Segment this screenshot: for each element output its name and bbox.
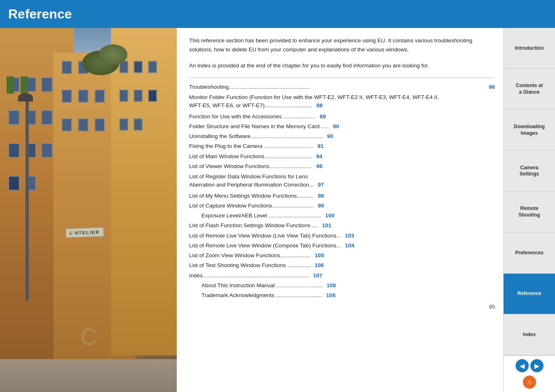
toc-entry-compose-tab: List of Remote Live View Window (Compose… [189, 241, 495, 251]
win-r6 [148, 90, 157, 102]
win-c5 [62, 90, 72, 103]
bottom-nav: ◀ ▶ [504, 355, 555, 376]
toc-entry-viewer-window: List of Viewer Window Functions.........… [189, 161, 495, 171]
prev-button[interactable]: ◀ [516, 359, 529, 372]
shutter-1 [7, 76, 14, 94]
toc-entry-main-window: List of Main Window Functions...........… [189, 152, 495, 161]
sidebar-tab-preferences[interactable]: Preferences [504, 233, 555, 274]
toc-entry-register-data: List of Register Data Window Functions f… [189, 171, 495, 190]
win-r5 [134, 90, 143, 102]
main-container: L'ATELIER C This reference section has b… [0, 28, 555, 392]
toc-entry-zoom-view: List of Zoom View Window Functions......… [189, 251, 495, 261]
lamp-head [18, 93, 33, 101]
page-number: 85 [189, 300, 495, 311]
toc-entry-accessories: Function for Use with the Accessories ..… [189, 112, 495, 122]
toc-entry-troubleshooting: Troubleshooting.........................… [189, 82, 495, 92]
next-button[interactable]: ▶ [530, 359, 543, 372]
toc-entry-index: Index...................................… [189, 271, 495, 281]
toc-entry-flash-functions: List of Flash Function Settings Window F… [189, 221, 495, 231]
sidebar-tab-remote-shooting[interactable]: Remote Shooting [504, 192, 555, 233]
toc-entry-monitor-folder: Monitor Folder Function (Function for Us… [189, 92, 495, 111]
win-r7 [119, 118, 128, 131]
sidebar-tab-downloading-images[interactable]: Downloading Images [504, 110, 555, 151]
toc-entry-exposure-level: Exposure Level/AEB Level ...............… [189, 211, 495, 221]
win-r3 [148, 61, 157, 73]
intro-paragraph-1: This reference section has been provided… [189, 36, 495, 54]
sidebar-tab-index[interactable]: Index [504, 314, 555, 355]
win-r4 [119, 90, 128, 102]
toc-entry-my-menu: List of My Menu Settings Window Function… [189, 191, 495, 201]
win-c1 [62, 61, 72, 74]
win-c9 [62, 118, 72, 131]
toc-list: Troubleshooting.........................… [189, 82, 495, 301]
win-r8 [134, 118, 143, 131]
sidebar-tab-introduction[interactable]: Introduction [504, 28, 555, 69]
shutter-2 [21, 76, 28, 94]
window-3 [41, 77, 53, 92]
window-7 [8, 143, 20, 158]
toc-entry-live-view-tab: List of Remote Live View Window (Live Vi… [189, 231, 495, 241]
intro-paragraph-2: An index is provided at the end of the c… [189, 61, 495, 70]
lamp-post [25, 101, 29, 301]
toc-entry-uninstalling: Uninstalling the Software...............… [189, 131, 495, 141]
window-9 [41, 143, 53, 158]
foliage-2 [99, 44, 127, 65]
shop-sign: L'ATELIER [66, 228, 104, 238]
window-10 [8, 176, 20, 191]
sidebar-tab-contents-at-glance[interactable]: Contents at a Glance [504, 69, 555, 110]
content-panel: This reference section has been provided… [177, 28, 503, 392]
toc-entry-test-shooting: List of Test Shooting Window Functions .… [189, 261, 495, 270]
page-title: Reference [8, 7, 72, 22]
sidebar-tab-reference[interactable]: Reference [504, 274, 555, 315]
page-header: Reference [0, 0, 555, 28]
building-right [111, 28, 177, 355]
sidebar-tab-camera-settings[interactable]: Camera Settings [504, 151, 555, 192]
left-image-panel: L'ATELIER C [0, 28, 177, 392]
win-c11 [95, 118, 105, 131]
window-4 [8, 110, 20, 125]
right-sidebar: Introduction Contents at a Glance Downlo… [503, 28, 555, 392]
content-divider [189, 78, 495, 78]
toc-entry-fixing-plug: Fixing the Plug to the Camera ..........… [189, 141, 495, 151]
window-6 [41, 110, 53, 125]
toc-entry-folder-structure: Folder Structure and File Names in the M… [189, 122, 495, 131]
street-photo: L'ATELIER C [0, 28, 177, 392]
street-ground [0, 359, 177, 392]
win-c6 [78, 90, 88, 103]
toc-entry-capture-window: List of Capture Window Functions........… [189, 201, 495, 211]
win-c7 [95, 90, 105, 103]
win-r2 [134, 61, 143, 73]
toc-entry-about-manual: About This Instruction Manual ..........… [189, 281, 495, 291]
home-button[interactable]: ⌂ [523, 376, 536, 389]
toc-entry-trademark: Trademark Acknowledgments ..............… [189, 291, 495, 300]
win-c10 [78, 118, 88, 131]
